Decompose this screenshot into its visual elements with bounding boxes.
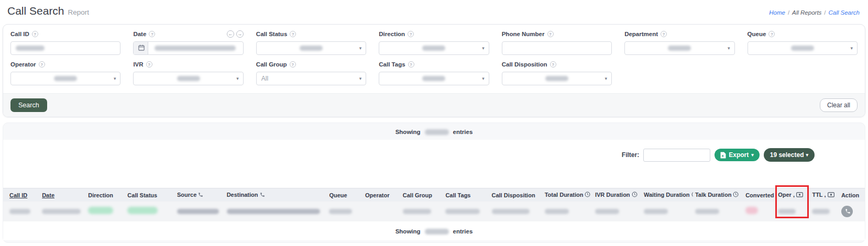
help-icon[interactable]: ?	[550, 61, 556, 68]
page-subtitle: Report	[68, 8, 90, 16]
column-label: Direction	[88, 192, 113, 198]
filter-field-department: Department?▾	[624, 30, 734, 55]
breadcrumb: Home/All Reports/Call Search	[769, 5, 860, 16]
breadcrumb-home[interactable]: Home	[769, 9, 785, 16]
redacted-value	[644, 209, 668, 214]
help-icon[interactable]: ?	[290, 61, 296, 68]
prev-arrow-icon[interactable]: ←	[227, 30, 234, 38]
help-icon[interactable]: ?	[39, 61, 45, 68]
redacted-value	[545, 76, 568, 81]
showing-prefix: Showing	[395, 129, 421, 135]
filter-field-call-group: Call Group?All▾	[256, 61, 366, 85]
next-arrow-icon[interactable]: →	[236, 30, 244, 38]
redacted-value	[812, 209, 830, 214]
help-icon[interactable]: ?	[149, 31, 155, 37]
banknote-icon	[828, 192, 834, 198]
column-label: Oper ,	[778, 192, 795, 198]
column-header-action[interactable]: Action	[839, 188, 865, 202]
table-row	[3, 202, 865, 221]
column-header-call-id[interactable]: Call ID	[3, 188, 40, 202]
help-icon[interactable]: ?	[146, 61, 152, 68]
date-input[interactable]	[133, 41, 243, 55]
breadcrumb-call-search[interactable]: Call Search	[829, 9, 860, 16]
call-tags-select[interactable]: ▾	[379, 72, 489, 85]
columns-selected-button[interactable]: 19 selected ▾	[764, 148, 815, 162]
redacted-value	[9, 209, 30, 214]
page-title: Call Search	[7, 5, 64, 17]
table-filter-input[interactable]	[643, 149, 710, 162]
filter-label-wrap: Queue?	[748, 31, 775, 37]
filter-field-queue: Queue?▾	[748, 30, 858, 55]
redacted-value	[778, 209, 796, 214]
queue-select[interactable]: ▾	[748, 41, 858, 55]
help-icon[interactable]: ?	[408, 61, 414, 68]
column-header-total-duration[interactable]: Total Duration	[543, 188, 593, 202]
column-header-direction[interactable]: Direction	[86, 188, 125, 202]
phone-number-input[interactable]	[502, 41, 612, 55]
redacted-value	[422, 46, 445, 51]
column-header-date[interactable]: Date	[40, 188, 86, 202]
filter-label-wrap: Date?	[133, 31, 155, 37]
chevron-down-icon: ▾	[236, 76, 239, 81]
filter-field-direction: Direction?▾	[379, 30, 489, 55]
filter-label-wrap: Call Group?	[256, 61, 296, 68]
column-label: Talk Duration	[695, 192, 731, 198]
page-header: Call Search Report Home/All Reports/Call…	[0, 0, 868, 23]
column-header-source[interactable]: Source	[175, 188, 225, 202]
help-icon[interactable]: ?	[32, 31, 38, 37]
column-header-queue[interactable]: Queue	[327, 188, 363, 202]
redacted-value	[695, 209, 719, 214]
operator-select[interactable]: ▾	[10, 72, 120, 85]
cell-ivr-duration	[593, 202, 642, 221]
column-header-oper[interactable]: Oper ,	[776, 188, 810, 202]
ivr-select[interactable]: ▾	[133, 72, 243, 85]
help-icon[interactable]: ?	[547, 31, 554, 37]
column-header-converted[interactable]: Converted	[743, 188, 776, 202]
column-header-waiting-duration[interactable]: Waiting Duration	[642, 188, 693, 202]
help-icon[interactable]: ?	[290, 31, 296, 37]
help-icon[interactable]: ?	[768, 31, 775, 37]
call-disposition-select[interactable]: ▾	[502, 72, 612, 85]
call-group-select[interactable]: All▾	[256, 72, 366, 85]
direction-select[interactable]: ▾	[379, 41, 489, 55]
column-header-call-group[interactable]: Call Group	[401, 188, 444, 202]
column-header-call-tags[interactable]: Call Tags	[443, 188, 489, 202]
filter-field-call-disposition: Call Disposition?▾	[502, 61, 612, 85]
help-icon[interactable]: ?	[661, 31, 667, 37]
column-header-ivr-duration[interactable]: IVR Duration	[593, 188, 642, 202]
cell-talk-duration	[693, 202, 743, 221]
call-id-input[interactable]	[10, 41, 120, 55]
filter-label-row: Queue?	[748, 30, 858, 38]
department-select[interactable]: ▾	[624, 41, 734, 55]
column-header-destination[interactable]: Destination	[225, 188, 327, 202]
redacted-value	[127, 207, 158, 214]
search-button[interactable]: Search	[10, 98, 47, 112]
date-nav-arrows: ←→	[227, 30, 244, 38]
column-header-call-disposition[interactable]: Call Disposition	[490, 188, 543, 202]
redacted-value	[177, 209, 219, 214]
export-button[interactable]: x Export ▾	[715, 149, 760, 161]
chevron-down-icon: ▾	[850, 46, 853, 51]
column-header-talk-duration[interactable]: Talk Duration	[693, 188, 743, 202]
redacted-value	[42, 209, 81, 214]
calendar-icon-button[interactable]	[134, 42, 148, 54]
column-header-call-status[interactable]: Call Status	[125, 188, 175, 202]
filter-label-wrap: Call Status?	[256, 31, 296, 37]
redacted-value	[668, 46, 691, 51]
redacted-value	[54, 76, 77, 81]
call-action-button[interactable]	[841, 206, 853, 217]
phone-number-input-field[interactable]	[507, 42, 607, 54]
column-label: Source	[177, 192, 196, 198]
redacted-value	[745, 207, 758, 214]
help-icon[interactable]: ?	[408, 31, 414, 37]
column-header-ttl[interactable]: TTL ,	[810, 188, 839, 202]
call-status-select[interactable]: ▾	[256, 41, 366, 55]
breadcrumb-all-reports[interactable]: All Reports	[792, 9, 821, 16]
column-header-operator[interactable]: Operator	[363, 188, 401, 202]
column-label: Total Duration	[545, 192, 584, 198]
chevron-down-icon: ▾	[482, 46, 485, 51]
column-label: Waiting Duration	[644, 192, 690, 198]
table-wrap: Call IDDateDirectionCall StatusSourceDes…	[3, 188, 865, 221]
clear-all-button[interactable]: Clear all	[820, 98, 858, 112]
showing-suffix: entries	[453, 228, 473, 234]
